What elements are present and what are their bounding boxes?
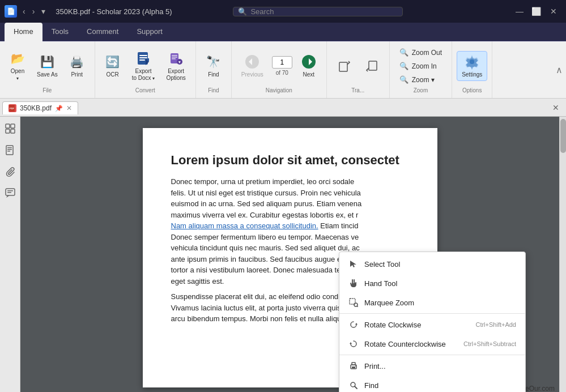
ctx-hand-tool[interactable]: Hand Tool — [339, 274, 525, 293]
ctx-marquee-zoom[interactable]: Marquee Zoom — [339, 293, 525, 312]
svg-rect-3 — [139, 59, 145, 61]
page-total: of 70 — [276, 70, 288, 76]
tab-support[interactable]: Support — [127, 23, 172, 41]
svg-rect-28 — [7, 149, 12, 150]
svg-rect-27 — [7, 147, 12, 148]
maximize-button[interactable]: ⬜ — [529, 3, 544, 19]
vertical-scrollbar[interactable] — [559, 117, 566, 392]
ocr-button[interactable]: 🔄 OCR — [100, 51, 126, 81]
sidebar-pages-icon[interactable] — [3, 143, 18, 157]
transform-btn-2[interactable] — [359, 56, 385, 77]
ctx-print[interactable]: Print... — [339, 356, 525, 376]
pdf-heading: Lorem ipsum dolor sit amet, consectet — [171, 151, 409, 169]
search-bar[interactable]: 🔍 — [233, 7, 403, 16]
close-button[interactable]: ✕ — [546, 3, 561, 19]
ctx-rotate-ccw-label: Rotate Counterclockwise — [364, 340, 458, 348]
ribbon-group-navigation: Previous of 70 Next Navigation — [232, 41, 327, 98]
sidebar-thumbnail-icon[interactable] — [3, 121, 18, 136]
transform-group-items — [331, 44, 385, 86]
svg-line-37 — [357, 306, 358, 307]
doc-tab-name: 350KB.pdf — [20, 104, 52, 112]
document-close-button[interactable]: ✕ — [548, 101, 564, 114]
tab-comment[interactable]: Comment — [78, 23, 127, 41]
zoom-level-button[interactable]: 🔍 Zoom ▾ — [394, 73, 447, 86]
page-input[interactable] — [272, 56, 292, 69]
open-button[interactable]: 📂 Open▾ — [5, 48, 31, 84]
highlighted-text: Nam aliquam massa a consequat sollicitud… — [171, 221, 318, 230]
ctx-rotate-cw[interactable]: Rotate Clockwise Ctrl+Shift+Add — [339, 315, 525, 334]
convert-group-items: 🔄 OCR Exportto Docx ▾ — [100, 44, 191, 86]
transform-icon-2 — [364, 58, 380, 74]
close-icon: ✕ — [550, 7, 557, 16]
nav-forward-btn[interactable]: › — [30, 6, 37, 17]
svg-rect-9 — [172, 58, 176, 59]
svg-rect-23 — [11, 124, 15, 128]
export-options-icon: ▾ — [168, 50, 184, 66]
svg-rect-24 — [6, 129, 10, 133]
print-button[interactable]: 🖨️ Print — [64, 51, 90, 81]
svg-rect-26 — [6, 146, 13, 155]
search-input[interactable] — [250, 7, 398, 16]
zoom-in-button[interactable]: 🔍 Zoom In — [394, 59, 447, 73]
nav-dropdown-btn[interactable]: ▾ — [39, 6, 48, 17]
pin-icon[interactable]: 📌 — [55, 105, 63, 112]
sidebar-comment-icon[interactable] — [3, 186, 18, 201]
export-docx-icon — [135, 50, 151, 66]
svg-point-43 — [355, 365, 356, 367]
svg-marker-39 — [350, 342, 352, 344]
scrollbar-thumb[interactable] — [560, 119, 566, 153]
zoom-out-icon: 🔍 — [399, 48, 408, 57]
previous-button[interactable]: Previous — [236, 51, 269, 81]
find-label: Find — [208, 71, 219, 78]
find-group-label: Find — [201, 86, 227, 96]
next-button[interactable]: Next — [296, 51, 322, 81]
settings-button[interactable]: Settings — [457, 51, 487, 81]
convert-group-label: Convert — [100, 86, 191, 96]
next-icon — [301, 54, 317, 70]
ctx-select-tool[interactable]: Select Tool — [339, 254, 525, 274]
pdf-content-area: Lorem ipsum dolor sit amet, consectet Do… — [20, 117, 559, 392]
file-group-items: 📂 Open▾ 💾 Save As 🖨️ Print — [5, 44, 90, 86]
ribbon-group-options: Settings Options — [452, 41, 492, 98]
ctx-rotate-ccw[interactable]: Rotate Counterclockwise Ctrl+Shift+Subtr… — [339, 334, 525, 353]
find-ctx-icon — [348, 380, 359, 390]
svg-point-36 — [354, 303, 358, 306]
marquee-zoom-icon — [348, 297, 359, 308]
viewer-area: Lorem ipsum dolor sit amet, consectet Do… — [0, 117, 566, 392]
file-group-label: File — [5, 86, 90, 96]
minimize-button[interactable]: — — [512, 3, 527, 19]
save-as-button[interactable]: 💾 Save As — [32, 51, 63, 81]
print-label: Print — [71, 71, 83, 78]
tab-tools[interactable]: Tools — [42, 23, 78, 41]
ctx-find[interactable]: Find — [339, 376, 525, 392]
print-icon: 🖨️ — [69, 54, 85, 70]
zoom-out-label: Zoom Out — [412, 49, 442, 57]
nav-group-label: Navigation — [236, 86, 322, 96]
zoom-in-label: Zoom In — [412, 62, 437, 70]
find-button[interactable]: 🔭 Find — [201, 51, 227, 81]
svg-rect-29 — [7, 151, 10, 152]
svg-rect-42 — [352, 367, 355, 368]
zoom-in-icon: 🔍 — [399, 62, 408, 70]
sidebar-attachment-icon[interactable] — [3, 164, 18, 179]
nav-back-btn[interactable]: ‹ — [20, 6, 28, 17]
app-icon: 📄 — [5, 5, 17, 18]
export-options-button[interactable]: ▾ ExportOptions — [161, 48, 190, 84]
nav-group-items: Previous of 70 Next — [236, 44, 322, 86]
doc-tab[interactable]: PDF 350KB.pdf 📌 ✕ — [2, 101, 78, 114]
ribbon-collapse-button[interactable]: ∧ — [552, 41, 566, 98]
ctx-select-tool-label: Select Tool — [364, 260, 516, 269]
ribbon-tabs: Home Tools Comment Support — [0, 23, 566, 41]
transform-btn-1[interactable] — [331, 56, 358, 77]
tab-close-button[interactable]: ✕ — [66, 104, 72, 112]
zoom-out-button[interactable]: 🔍 Zoom Out — [394, 46, 447, 59]
ctx-rotate-ccw-shortcut: Ctrl+Shift+Subtract — [463, 340, 516, 347]
svg-marker-34 — [350, 261, 356, 267]
settings-icon — [464, 54, 480, 70]
tab-home[interactable]: Home — [5, 23, 42, 41]
ctx-hand-tool-label: Hand Tool — [364, 279, 516, 288]
svg-rect-32 — [7, 190, 13, 191]
zoom-group-label: Zoom — [394, 86, 447, 96]
export-docx-button[interactable]: Exportto Docx ▾ — [127, 48, 160, 84]
transform-group-label: Tra... — [331, 86, 385, 96]
